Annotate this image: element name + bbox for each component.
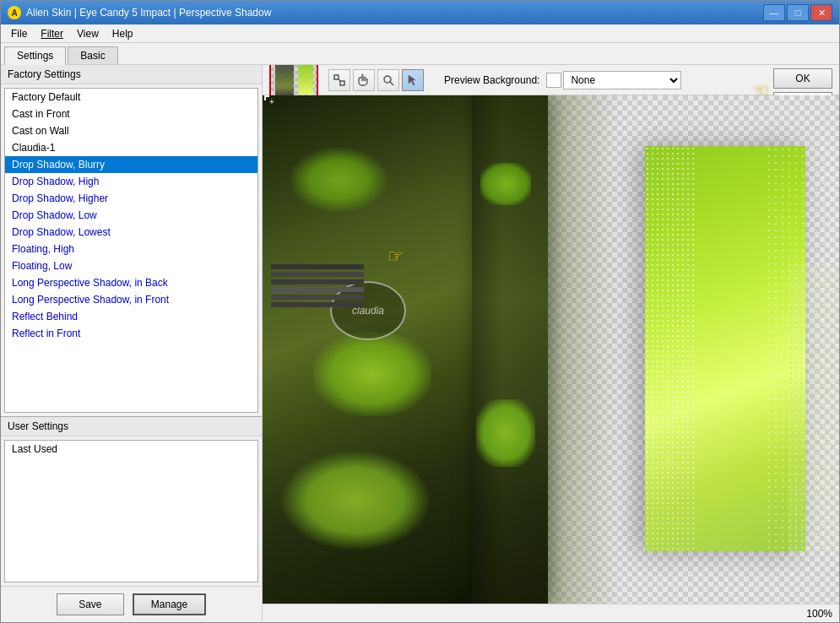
preset-item-long-perspective-back[interactable]: Long Perspective Shadow, in Back <box>5 274 257 291</box>
save-button[interactable]: Save <box>57 593 124 615</box>
menu-help[interactable]: Help <box>106 26 140 41</box>
preview-bg-select[interactable]: None White Black Checkerboard <box>563 71 681 89</box>
preview-canvas[interactable]: claudia <box>263 95 839 604</box>
user-settings-last-used[interactable]: Last Used <box>5 441 257 458</box>
preset-item-floating-high[interactable]: Floating, High <box>5 241 257 257</box>
rotate-tool-button[interactable] <box>328 69 350 91</box>
preview-toolbar: Preview Background: None White Black Che… <box>263 65 839 95</box>
stipple-overlay-center <box>766 146 839 560</box>
titlebar-controls: — □ ✕ <box>763 4 832 21</box>
preset-item-cast-on-wall[interactable]: Cast on Wall <box>5 122 257 139</box>
stripe-section <box>271 264 364 332</box>
svg-point-3 <box>384 76 391 83</box>
selection-marker-move: + <box>269 97 274 106</box>
zoom-icon <box>382 73 395 87</box>
tab-basic[interactable]: Basic <box>68 46 117 64</box>
preset-item-factory-default[interactable]: Factory Default <box>5 89 257 106</box>
preview-bg-label: Preview Background: <box>444 74 539 86</box>
preset-list-container[interactable]: Factory Default Cast in Front Cast on Wa… <box>4 88 258 413</box>
titlebar: A Alien Skin | Eye Candy 5 Impact | Pers… <box>1 1 839 24</box>
user-settings-header: User Settings <box>1 417 262 436</box>
svg-rect-1 <box>340 81 344 85</box>
svg-line-2 <box>339 79 340 81</box>
zoom-fit-icon <box>333 73 346 87</box>
hand-tool-button[interactable] <box>353 69 375 91</box>
window-title: Alien Skin | Eye Candy 5 Impact | Perspe… <box>26 7 271 19</box>
center-panel <box>472 95 548 604</box>
image-strip-left: claudia <box>263 95 474 604</box>
zoom-level: 100% <box>806 608 832 620</box>
preset-item-drop-shadow-high[interactable]: Drop Shadow, High <box>5 173 257 190</box>
bg-color-swatch <box>546 73 561 88</box>
preset-item-cast-in-front[interactable]: Cast in Front <box>5 106 257 122</box>
preset-section: Factory Settings Factory Default Cast in… <box>1 65 262 417</box>
preset-item-drop-shadow-lowest[interactable]: Drop Shadow, Lowest <box>5 224 257 241</box>
user-settings-list[interactable]: Last Used <box>4 440 258 582</box>
titlebar-left: A Alien Skin | Eye Candy 5 Impact | Pers… <box>8 6 271 19</box>
maximize-button[interactable]: □ <box>787 4 809 21</box>
tabbar: Settings Basic <box>1 43 839 65</box>
preset-item-drop-shadow-low[interactable]: Drop Shadow, Low <box>5 207 257 224</box>
preset-header: Factory Settings <box>1 65 262 84</box>
main-content: Factory Settings Factory Default Cast in… <box>1 65 839 622</box>
svg-line-4 <box>390 82 393 85</box>
preset-item-drop-shadow-higher[interactable]: Drop Shadow, Higher <box>5 190 257 207</box>
select-tool-button[interactable] <box>402 69 424 91</box>
preset-item-floating-low[interactable]: Floating, Low <box>5 257 257 274</box>
menubar: File Filter View Help <box>1 24 839 43</box>
toolbar-icons <box>328 69 424 91</box>
statusbar: 100% <box>263 604 839 622</box>
minimize-button[interactable]: — <box>763 4 785 21</box>
svg-rect-0 <box>334 75 339 79</box>
preset-item-drop-shadow-blurry[interactable]: Drop Shadow, Blurry <box>5 156 257 173</box>
right-panel: Preview Background: None White Black Che… <box>263 65 839 622</box>
menu-view[interactable]: View <box>70 26 106 41</box>
hand-icon <box>357 73 371 87</box>
select-icon <box>406 73 420 87</box>
left-panel: Factory Settings Factory Default Cast in… <box>1 65 263 622</box>
manage-button[interactable]: Manage <box>133 593 206 615</box>
bottom-buttons: Save Manage <box>1 586 262 622</box>
preset-item-long-perspective-front[interactable]: Long Perspective Shadow, in Front <box>5 291 257 308</box>
menu-filter[interactable]: Filter <box>34 26 70 41</box>
ok-button[interactable]: OK <box>773 68 832 89</box>
preset-list: Factory Default Cast in Front Cast on Wa… <box>5 89 257 342</box>
app-icon: A <box>8 6 21 19</box>
tab-settings[interactable]: Settings <box>4 46 66 65</box>
main-window: A Alien Skin | Eye Candy 5 Impact | Pers… <box>0 0 840 623</box>
preset-item-reflect-behind[interactable]: Reflect Behind <box>5 308 257 325</box>
menu-file[interactable]: File <box>4 26 34 41</box>
preset-item-reflect-in-front[interactable]: Reflect in Front <box>5 325 257 342</box>
user-settings-section: User Settings Last Used <box>1 417 262 586</box>
zoom-tool-button[interactable] <box>377 69 399 91</box>
preset-item-claudia-1[interactable]: Claudia-1 <box>5 139 257 156</box>
close-button[interactable]: ✕ <box>810 4 832 21</box>
